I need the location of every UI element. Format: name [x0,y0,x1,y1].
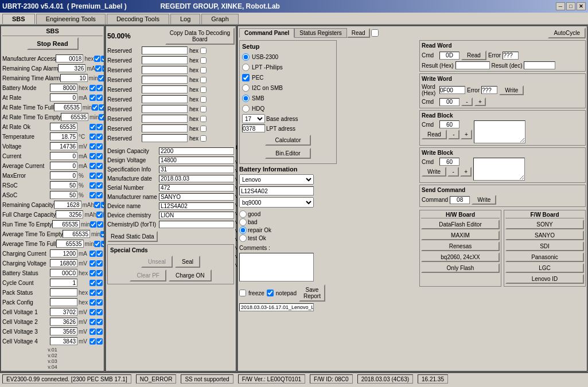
manufacturer-select[interactable]: Lenovo [239,174,314,185]
sbs-check2-21[interactable] [96,260,103,267]
lgc-button[interactable]: LGC [505,263,584,273]
sbs-value-12[interactable] [50,171,77,179]
stop-read-button[interactable]: Stop Read [27,37,79,50]
sbs-value-11[interactable] [50,162,77,170]
wb-cmd-input[interactable] [439,158,460,166]
sbs-check1-20[interactable] [89,251,96,257]
sbs-value-21[interactable] [50,259,77,267]
lpt-input[interactable] [242,124,265,132]
ww-error-input[interactable] [481,86,497,94]
model-input[interactable] [239,186,314,196]
reserved-value-1[interactable] [142,56,188,64]
static-value-8[interactable] [159,221,234,228]
sbs-check2-22[interactable] [96,270,103,276]
sbs-check1-22[interactable] [89,270,96,276]
lpt-philips-radio[interactable] [242,64,250,71]
sbs-check1-3[interactable] [89,85,96,91]
bad-radio[interactable] [239,218,247,226]
rb-plus-button[interactable]: + [461,130,472,139]
sbs-check2-27[interactable] [96,319,103,325]
hdq-radio[interactable] [242,105,250,112]
bq-button[interactable]: bq2060, 24cXX [421,252,500,262]
sbs-check1-21[interactable] [89,260,96,267]
close-button[interactable]: ✕ [577,2,586,10]
static-value-3[interactable] [159,175,234,182]
charge-on-button[interactable]: Charge ON [169,269,212,282]
dataflash-editor-button[interactable]: DataFlash Editor [421,220,500,229]
rb-minus-button[interactable]: - [448,130,460,139]
sbs-check1-16[interactable] [96,212,103,218]
sbs-value-14[interactable] [50,191,77,199]
reserved-check-2[interactable] [200,67,207,73]
sbs-value-27[interactable] [50,318,77,326]
ww-minus-button[interactable]: - [461,97,473,106]
reserved-value-4[interactable] [142,85,188,93]
sc-cmd-input[interactable] [450,196,470,204]
sbs-check2-28[interactable] [96,329,103,335]
copy-data-button[interactable]: Copy Data To Decoding Board [165,28,235,45]
sbs-value-24[interactable] [50,288,77,296]
reserved-check-0[interactable] [200,48,207,54]
good-radio[interactable] [239,210,247,218]
read-checkbox[interactable] [371,29,379,37]
sbs-check1-27[interactable] [89,319,96,325]
sbs-value-29[interactable] [50,337,77,345]
tab-log[interactable]: Log [170,14,200,24]
wb-write-button[interactable]: Write [422,167,446,177]
only-flash-button[interactable]: Only Flash [421,263,500,273]
maximize-button[interactable]: □ [566,2,575,10]
reserved-check-9[interactable] [200,135,207,142]
sbs-value-8[interactable] [50,132,77,140]
sbs-value-20[interactable] [50,249,77,257]
rw-cmd-input[interactable] [439,52,460,60]
smb-radio[interactable] [242,95,250,102]
reserved-check-8[interactable] [200,126,207,132]
addr-select[interactable]: 17 [242,114,265,123]
read-small-button[interactable]: Read [347,28,370,38]
rw-result-dec-input[interactable] [524,61,555,69]
sbs-check2-0[interactable] [101,56,106,62]
sbs-check1-8[interactable] [89,134,96,140]
panasonic-button[interactable]: Panasonic [505,252,584,262]
sbs-check1-28[interactable] [89,329,96,335]
sc-write-button[interactable]: Write [472,195,496,205]
sbs-check2-5[interactable] [99,104,105,111]
ww-cmd-input[interactable] [439,98,460,106]
sbs-value-15[interactable] [54,201,81,209]
sbs-check2-26[interactable] [96,309,103,315]
sbs-check2-23[interactable] [96,280,103,286]
maxim-button[interactable]: MAXIM [421,230,500,240]
ww-word-input[interactable] [439,86,465,94]
rw-result-hex-input[interactable] [455,61,490,69]
sbs-check2-29[interactable] [96,338,103,345]
tab-decoding[interactable]: Decoding Tools [107,14,169,24]
seal-button[interactable]: Seal [175,256,200,268]
sanyo-button[interactable]: SANYO [505,230,584,240]
sbs-value-2[interactable] [60,74,88,82]
minimize-button[interactable]: ─ [556,2,565,10]
i2c-smb-radio[interactable] [242,84,250,92]
sbs-check2-19[interactable] [101,241,105,247]
reserved-check-6[interactable] [200,106,207,112]
test-ok-radio[interactable] [239,234,247,242]
static-value-7[interactable] [159,212,234,219]
static-value-0[interactable] [159,147,234,155]
sbs-check1-23[interactable] [89,280,96,286]
sbs-value-5[interactable] [54,103,81,111]
wb-plus-button[interactable]: + [460,167,472,177]
ww-write-button[interactable]: Write [499,85,524,95]
sbs-check1-14[interactable] [89,192,96,198]
reserved-value-3[interactable] [142,76,188,84]
sbs-value-25[interactable] [50,298,77,306]
rb-cmd-input[interactable] [439,120,460,128]
autocycle-button[interactable]: AutoCycle [548,28,586,38]
rw-read-button[interactable]: Read [461,50,486,60]
reserved-check-1[interactable] [200,57,207,64]
sbs-value-3[interactable] [50,84,77,92]
sbs-check1-5[interactable] [92,104,98,111]
write-block-input[interactable] [473,158,525,181]
static-value-1[interactable] [159,157,234,164]
sbs-check1-7[interactable] [89,124,96,130]
sbs-value-18[interactable] [63,230,90,238]
reserved-value-6[interactable] [142,105,188,113]
